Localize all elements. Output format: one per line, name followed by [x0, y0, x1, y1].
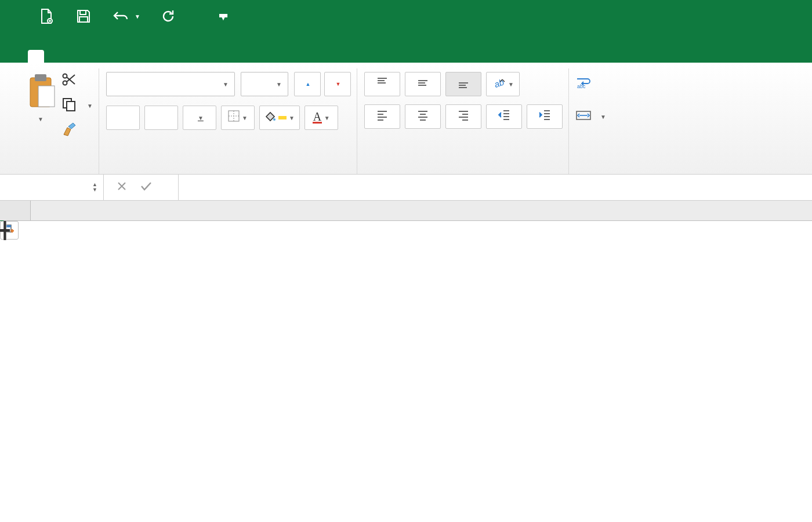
merge-center-icon — [576, 110, 591, 124]
wrap-text-icon: abc — [576, 77, 591, 92]
copy-dropdown-caret[interactable]: ▼ — [87, 103, 93, 109]
italic-button[interactable] — [144, 106, 178, 130]
tab-home[interactable] — [28, 50, 44, 63]
align-middle-button[interactable] — [405, 72, 441, 96]
svg-point-6 — [63, 81, 67, 85]
ribbon-group-merge: abc ▼ — [576, 68, 612, 174]
font-color-caret-icon: ▼ — [324, 115, 330, 121]
bold-button[interactable] — [106, 106, 140, 130]
new-file-button[interactable] — [37, 7, 56, 26]
undo-button[interactable] — [111, 7, 130, 26]
ribbon: ▼ — [0, 63, 812, 175]
svg-text:abc: abc — [577, 84, 586, 89]
cancel-formula-button[interactable] — [117, 181, 127, 194]
paintbrush-icon — [61, 122, 78, 141]
grow-font-arrow-icon: ▲ — [305, 81, 310, 87]
svg-rect-1 — [80, 10, 86, 14]
svg-rect-4 — [35, 74, 46, 81]
svg-rect-9 — [67, 102, 75, 111]
paste-dropdown-caret[interactable]: ▼ — [38, 116, 44, 122]
wrap-text-button[interactable]: abc — [576, 73, 606, 95]
svg-rect-5 — [38, 86, 55, 107]
spreadsheet-grid[interactable]: ╋ — [0, 201, 812, 522]
merge-center-button[interactable]: ▼ — [576, 106, 606, 128]
ribbon-group-clipboard: ▼ — [26, 68, 99, 174]
decrease-indent-button[interactable] — [486, 104, 522, 129]
align-top-button[interactable] — [364, 72, 400, 96]
save-button[interactable] — [74, 7, 93, 26]
font-size-caret-icon: ▼ — [276, 81, 282, 88]
paste-button[interactable] — [26, 73, 56, 114]
tab-page-layout[interactable] — [107, 50, 123, 63]
svg-rect-16 — [4, 225, 11, 227]
tab-insert[interactable] — [67, 50, 84, 63]
customize-qat-button[interactable]: ▄▄ ▼ — [219, 12, 227, 21]
merge-center-caret-icon: ▼ — [600, 114, 606, 120]
align-center-icon — [417, 109, 429, 124]
scissors-icon — [61, 72, 77, 90]
name-box-spinner[interactable]: ▲▼ — [92, 182, 97, 193]
align-bottom-icon — [458, 77, 469, 92]
paint-bucket-icon — [264, 110, 276, 125]
align-middle-icon — [417, 77, 429, 92]
increase-indent-icon — [538, 109, 551, 124]
shrink-font-arrow-icon: ▼ — [335, 81, 340, 87]
decrease-indent-icon — [498, 109, 510, 124]
underline-caret-icon: ▼ — [198, 115, 204, 121]
grow-font-button[interactable]: ▲ — [294, 72, 321, 96]
align-center-button[interactable] — [405, 104, 441, 129]
formula-input[interactable] — [179, 175, 812, 200]
font-color-button[interactable]: A ▼ — [304, 106, 338, 130]
repeat-button[interactable] — [159, 7, 177, 26]
copy-icon — [61, 97, 77, 115]
increase-indent-button[interactable] — [527, 104, 563, 129]
enter-formula-button[interactable] — [140, 181, 153, 194]
svg-point-11 — [273, 118, 276, 121]
undo-dropdown-caret[interactable]: ▼ — [135, 13, 140, 20]
align-top-icon — [376, 77, 388, 92]
font-size-combo[interactable]: ▼ — [241, 72, 288, 96]
align-left-icon — [376, 109, 388, 124]
align-bottom-button[interactable] — [445, 72, 481, 96]
align-left-button[interactable] — [364, 104, 400, 129]
orientation-icon: ab — [492, 76, 506, 92]
svg-point-7 — [63, 74, 67, 78]
svg-rect-2 — [79, 17, 88, 22]
fill-color-button[interactable]: ▼ — [259, 106, 300, 130]
underline-button[interactable]: ▼ — [183, 106, 216, 130]
ribbon-group-alignment: ab ▼ — [364, 68, 569, 174]
tab-formulas[interactable] — [146, 50, 162, 63]
shrink-font-button[interactable]: ▼ — [324, 72, 351, 96]
fill-color-swatch — [278, 116, 287, 119]
formula-bar: ▲▼ — [0, 175, 812, 201]
fill-color-caret-icon: ▼ — [289, 115, 295, 121]
orientation-button[interactable]: ab ▼ — [486, 72, 520, 96]
align-right-button[interactable] — [445, 104, 481, 129]
cut-button[interactable] — [61, 72, 93, 90]
svg-text:ab: ab — [493, 77, 505, 90]
align-right-icon — [458, 109, 469, 124]
borders-icon — [228, 110, 240, 125]
tab-review[interactable] — [225, 50, 241, 63]
tab-data[interactable] — [186, 50, 202, 63]
ribbon-group-font: ▼ ▼ ▲ ▼ — [106, 68, 357, 174]
tab-view[interactable] — [264, 50, 281, 63]
copy-button[interactable]: ▼ — [61, 97, 93, 115]
quick-analysis-button[interactable] — [0, 221, 19, 240]
font-name-combo[interactable]: ▼ — [106, 72, 235, 96]
font-color-icon: A — [313, 113, 321, 121]
quick-access-toolbar: ▼ ▄▄ ▼ — [0, 0, 812, 32]
ribbon-tabs — [0, 32, 812, 63]
font-name-caret-icon: ▼ — [223, 81, 229, 88]
orientation-caret-icon: ▼ — [508, 81, 514, 88]
name-box[interactable]: ▲▼ — [0, 175, 104, 200]
select-all-corner[interactable] — [0, 201, 31, 220]
format-painter-button[interactable] — [61, 122, 93, 141]
borders-button[interactable]: ▼ — [221, 106, 255, 130]
font-color-swatch — [313, 122, 322, 124]
borders-caret-icon: ▼ — [242, 115, 248, 121]
